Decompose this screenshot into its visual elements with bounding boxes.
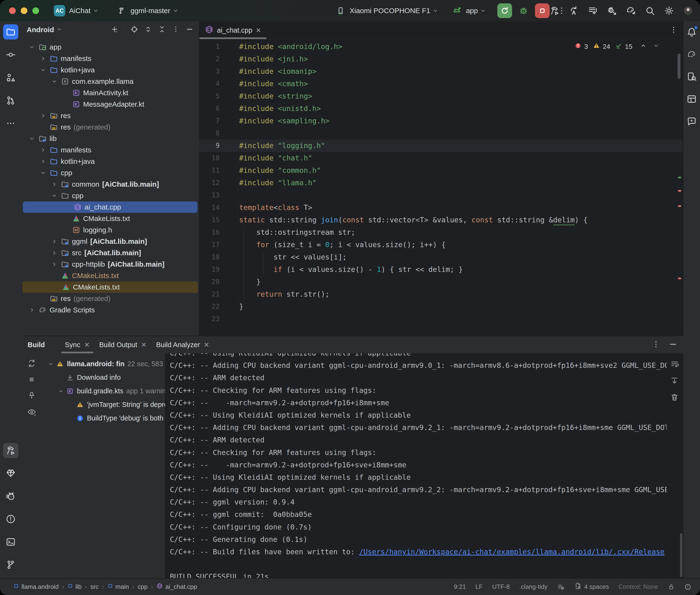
code-line-8[interactable]: 8: [199, 127, 683, 140]
line-number[interactable]: 5: [199, 90, 238, 103]
build-options-icon[interactable]: [651, 340, 661, 350]
tree-item-res[interactable]: res(generated): [22, 121, 199, 133]
line-number[interactable]: 22: [199, 301, 238, 313]
chevron-down-icon[interactable]: [38, 67, 48, 73]
code-line-3[interactable]: 3#include <iomanip>: [199, 65, 683, 78]
build-console[interactable]: C/C++: -- Using KleidiAI optimized kerne…: [165, 353, 683, 579]
soft-wrap-icon[interactable]: [670, 360, 679, 370]
search-everywhere-icon[interactable]: [645, 5, 655, 16]
breadcrumb-item-lib[interactable]: lib: [67, 583, 82, 591]
line-number[interactable]: 23: [199, 313, 238, 325]
clang-tidy-status[interactable]: .clang-tidy: [519, 583, 548, 591]
breadcrumb-item-ai-chat-cpp[interactable]: ai_chat.cpp: [156, 583, 197, 591]
code-line-12[interactable]: 12#include "llama.h": [199, 177, 683, 189]
close-window-button[interactable]: [9, 7, 16, 14]
locate-icon[interactable]: [130, 25, 138, 34]
line-number[interactable]: 11: [199, 164, 238, 177]
breadcrumb-item-cpp[interactable]: cpp: [138, 583, 148, 591]
code-line-22[interactable]: 22}: [199, 301, 683, 313]
code-line-11[interactable]: 11#include "common.h": [199, 164, 683, 177]
rerun-button[interactable]: [497, 3, 512, 18]
tree-item-mainactivity-kt[interactable]: MainActivity.kt: [22, 87, 199, 98]
code-line-5[interactable]: 5#include <string>: [199, 90, 683, 103]
project-view-selector[interactable]: Android: [27, 26, 62, 34]
code-line-19[interactable]: 19 if (i < values.size() - 1) { str << d…: [199, 263, 683, 276]
next-problem-icon[interactable]: [653, 42, 660, 51]
minimize-window-button[interactable]: [21, 7, 27, 14]
tool-window-button-project[interactable]: [3, 24, 18, 39]
breadcrumb-item-llama-android[interactable]: llama.android: [13, 583, 59, 591]
tool-window-button-gradle[interactable]: [684, 47, 699, 62]
tree-item-kotlin-java[interactable]: kotlin+java: [22, 156, 199, 167]
line-number[interactable]: 16: [199, 226, 238, 238]
caret-position[interactable]: 9:21: [454, 583, 466, 591]
tree-item-cmakelists-txt[interactable]: CMakeLists.txt: [22, 213, 199, 224]
run-config-selector[interactable]: app: [452, 5, 488, 16]
tree-item-cmakelists-txt[interactable]: CMakeLists.txt: [22, 281, 198, 293]
code-line-16[interactable]: 16 std::ostringstream str;: [199, 226, 683, 238]
line-number[interactable]: 3: [199, 65, 238, 78]
build-analyzer-icon[interactable]: [588, 5, 598, 16]
inspections-status-icon[interactable]: [684, 583, 692, 591]
line-number[interactable]: 1: [199, 40, 238, 53]
clear-all-icon[interactable]: [670, 393, 679, 403]
tool-window-button-app-quality-insights[interactable]: [3, 466, 18, 481]
sync-icon[interactable]: [27, 359, 36, 369]
context-selector[interactable]: Context: None: [619, 583, 658, 591]
tree-item-com-example-llama[interactable]: com.example.llama: [22, 76, 199, 87]
tool-window-button-resource-manager[interactable]: [684, 91, 699, 107]
stripe-mark-error[interactable]: [678, 190, 681, 192]
stop-square-icon[interactable]: [27, 375, 36, 385]
chevron-right-icon[interactable]: [49, 250, 60, 256]
tool-window-button-problems[interactable]: [3, 511, 18, 527]
code-line-15[interactable]: 15static std::string join(const std::vec…: [199, 214, 683, 226]
tree-item-cmakelists-txt[interactable]: CMakeLists.txt: [22, 270, 199, 281]
code-line-21[interactable]: 21 return str.str();: [199, 288, 683, 301]
build-tree-item[interactable]: llama.android: fin22 sec, 583 ms: [42, 357, 165, 371]
code-line-20[interactable]: 20 }: [199, 276, 683, 288]
tree-item-src[interactable]: src[AiChat.lib.main]: [22, 247, 199, 259]
line-separator[interactable]: LF: [475, 583, 482, 591]
tool-window-button-logcat[interactable]: [3, 488, 18, 504]
stripe-mark-error[interactable]: [678, 205, 681, 207]
chevron-right-icon[interactable]: [38, 113, 48, 119]
line-number[interactable]: 8: [199, 127, 238, 140]
code-line-18[interactable]: 18 str << values[i];: [199, 251, 683, 263]
tree-item-app[interactable]: app: [22, 41, 199, 53]
build-tree-item[interactable]: 'jvmTarget: String' is deprec: [42, 398, 165, 412]
code-editor[interactable]: 1#include <android/log.h>2#include <jni.…: [199, 39, 683, 336]
editor-scrollbar[interactable]: [678, 54, 680, 79]
build-tab-build-output[interactable]: Build Output✕: [94, 336, 151, 353]
close-tab-icon[interactable]: ✕: [84, 341, 89, 349]
tool-window-button-pull-requests[interactable]: [3, 93, 18, 108]
tool-window-button-commit[interactable]: [3, 47, 18, 62]
user-avatar-icon[interactable]: [683, 5, 693, 16]
settings-icon[interactable]: [664, 5, 674, 16]
line-number[interactable]: 2: [199, 53, 238, 65]
chevron-right-icon[interactable]: [38, 158, 48, 165]
chevron-right-icon[interactable]: [27, 307, 37, 313]
tree-item-common[interactable]: common[AiChat.lib.main]: [22, 178, 199, 190]
attach-debugger-icon[interactable]: [607, 5, 617, 16]
scroll-to-end-icon[interactable]: [670, 376, 679, 386]
chevron-right-icon[interactable]: [49, 238, 60, 245]
tree-item-lib[interactable]: lib: [22, 133, 199, 144]
code-line-17[interactable]: 17 for (size_t i = 0; i < values.size();…: [199, 238, 683, 251]
options-icon[interactable]: [172, 25, 180, 34]
line-number[interactable]: 10: [199, 152, 238, 164]
close-tab-icon[interactable]: ✕: [256, 26, 261, 34]
code-line-9[interactable]: 9#include "logging.h": [199, 140, 683, 152]
tree-item-res[interactable]: res: [22, 110, 199, 121]
highlighting-level-icon[interactable]: [557, 583, 565, 591]
tool-window-button-build[interactable]: [3, 443, 18, 458]
chevron-right-icon[interactable]: [49, 261, 60, 267]
file-encoding[interactable]: UTF-8: [492, 583, 510, 591]
build-tab-sync[interactable]: Sync✕: [60, 336, 94, 353]
expand-all-icon[interactable]: [144, 25, 152, 34]
chevron-right-icon[interactable]: [38, 55, 48, 62]
breadcrumb-item-main[interactable]: main: [107, 583, 129, 591]
line-number[interactable]: 12: [199, 177, 238, 189]
line-number[interactable]: 6: [199, 103, 238, 115]
chevron-down-icon[interactable]: [27, 44, 37, 50]
hide-panel-icon[interactable]: [669, 340, 678, 350]
